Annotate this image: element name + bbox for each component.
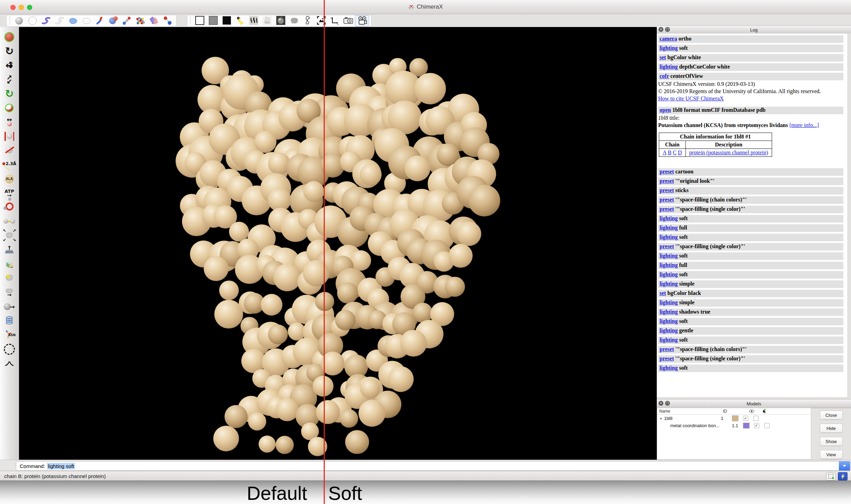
log-command-link[interactable]: preset bbox=[660, 197, 674, 202]
rotate-mouse-mode-button[interactable]: ↻ bbox=[2, 44, 17, 58]
chain-link[interactable]: D bbox=[678, 150, 682, 155]
models-undock-icon[interactable]: ❐ bbox=[665, 401, 670, 406]
soft-lighting-button[interactable] bbox=[247, 15, 260, 26]
model-color-swatch[interactable] bbox=[732, 415, 738, 421]
graphics-viewport[interactable] bbox=[19, 27, 657, 460]
model-row[interactable]: metal coordination bon...1.1✓ bbox=[657, 422, 811, 429]
record-movie-button[interactable] bbox=[355, 15, 369, 26]
chain-link[interactable]: B bbox=[668, 150, 672, 155]
simple-lighting-button[interactable] bbox=[233, 15, 247, 26]
windowing-mouse-mode-button[interactable]: → bbox=[2, 299, 17, 314]
stick-style-button[interactable] bbox=[93, 16, 107, 26]
log-command-link[interactable]: cofr bbox=[660, 73, 669, 79]
log-close-icon[interactable]: ✕ bbox=[659, 27, 663, 32]
orient-axes-button[interactable]: yx bbox=[328, 15, 341, 26]
chain-link[interactable]: C bbox=[673, 150, 677, 155]
log-command-link[interactable]: lighting bbox=[660, 262, 678, 268]
log-command-link[interactable]: preset bbox=[660, 178, 674, 184]
log-command-link[interactable]: set bbox=[660, 54, 666, 60]
clip-rotate-mouse-mode-button[interactable] bbox=[2, 143, 17, 158]
log-command-link[interactable]: lighting bbox=[660, 234, 678, 240]
model-shown-checkbox[interactable]: ✓ bbox=[754, 423, 759, 428]
show-cartoons-button[interactable] bbox=[39, 16, 53, 26]
move-ligand-mouse-mode-button[interactable]: ↔ bbox=[2, 115, 17, 129]
white-background-button[interactable] bbox=[193, 15, 206, 26]
models-show-button[interactable]: Show bbox=[820, 437, 843, 446]
show-atoms-button[interactable] bbox=[12, 16, 26, 26]
flat-lighting-button[interactable] bbox=[287, 15, 301, 26]
model-selected-checkbox[interactable] bbox=[753, 416, 759, 421]
show-surfaces-button[interactable] bbox=[66, 16, 80, 26]
command-history-dropdown[interactable] bbox=[839, 461, 850, 470]
log-command-link[interactable]: preset bbox=[660, 243, 674, 249]
log-command-link[interactable]: lighting bbox=[660, 253, 678, 259]
center-of-rotation-mouse-mode-button[interactable] bbox=[2, 200, 17, 214]
log-command-link[interactable]: lighting bbox=[660, 225, 678, 231]
log-command-link[interactable]: lighting bbox=[660, 299, 678, 305]
log-command-link[interactable]: preset bbox=[660, 169, 674, 174]
log-command-link[interactable]: lighting bbox=[660, 365, 678, 371]
label-mouse-mode-button[interactable]: ALA bbox=[2, 172, 17, 186]
log-command-link[interactable]: lighting bbox=[660, 327, 678, 333]
speed-indicator-button[interactable] bbox=[838, 472, 848, 480]
full-lighting-button[interactable] bbox=[260, 15, 274, 26]
log-undock-icon[interactable]: ❐ bbox=[665, 27, 670, 32]
view-selected-button[interactable] bbox=[314, 15, 328, 26]
model-color-swatch[interactable] bbox=[743, 423, 750, 429]
gray-background-button[interactable] bbox=[206, 15, 220, 26]
log-command-link[interactable]: camera bbox=[660, 36, 677, 42]
ball-and-stick-style-button[interactable] bbox=[107, 16, 120, 26]
log-command-link[interactable]: preset bbox=[660, 206, 674, 212]
zone-mouse-mode-button[interactable] bbox=[2, 342, 17, 356]
command-input[interactable]: Command: lighting soft bbox=[16, 461, 850, 471]
translate-mouse-mode-button[interactable]: ↔↕ bbox=[2, 58, 17, 72]
clip-mouse-mode-button[interactable] bbox=[2, 129, 17, 143]
swap-residue-mouse-mode-button[interactable]: ASN bbox=[2, 328, 17, 342]
models-hide-button[interactable]: Hide bbox=[820, 424, 843, 433]
silhouettes-button[interactable] bbox=[301, 15, 314, 26]
shadows-lighting-button[interactable] bbox=[274, 15, 287, 26]
play-map-series-mouse-mode-button[interactable]: → bbox=[2, 285, 17, 299]
black-background-button[interactable] bbox=[220, 15, 233, 26]
log-command-link[interactable]: lighting bbox=[660, 337, 678, 343]
sphere-style-button[interactable] bbox=[120, 16, 134, 26]
zoom-mouse-mode-button[interactable]: ↗↙ bbox=[2, 72, 17, 87]
color-by-heteroatom-button[interactable] bbox=[134, 16, 147, 26]
crop-volume-mouse-mode-button[interactable] bbox=[2, 257, 17, 271]
how-to-cite-link[interactable]: How to cite UCSF ChimeraX bbox=[658, 96, 724, 101]
color-by-chain-button[interactable] bbox=[147, 16, 161, 26]
log-command-link[interactable]: lighting bbox=[660, 64, 678, 70]
log-command-link[interactable]: preset bbox=[660, 187, 674, 193]
selection-mode-button[interactable] bbox=[826, 472, 836, 480]
log-command-link[interactable]: lighting bbox=[660, 318, 678, 324]
models-close-icon[interactable]: ✕ bbox=[659, 401, 663, 406]
log-command-link[interactable]: preset bbox=[660, 346, 674, 352]
models-view-button[interactable]: View bbox=[820, 450, 843, 459]
log-command-link[interactable]: preset bbox=[660, 356, 674, 361]
log-scrollbar[interactable] bbox=[848, 34, 851, 397]
hide-cartoons-button[interactable] bbox=[53, 16, 66, 26]
hide-atoms-button[interactable] bbox=[26, 16, 39, 26]
show-contacts-button[interactable] bbox=[161, 16, 174, 26]
log-command-link[interactable]: set bbox=[660, 290, 666, 296]
chain-link[interactable]: A bbox=[663, 150, 666, 155]
rotate-selected-mouse-mode-button[interactable]: ↻ bbox=[2, 87, 17, 101]
translate-selected-mouse-mode-button[interactable] bbox=[2, 101, 17, 115]
chain-description-link[interactable]: protein (potassium channel protein) bbox=[689, 150, 768, 155]
log-command-link[interactable]: lighting bbox=[660, 45, 678, 51]
contour-level-mouse-mode-button[interactable]: ↖↗↙↘ bbox=[2, 228, 17, 243]
toolbar-grip[interactable] bbox=[189, 17, 191, 25]
log-command-link[interactable]: lighting bbox=[660, 271, 678, 277]
model-selected-checkbox[interactable] bbox=[764, 423, 770, 428]
pivot-mouse-mode-button[interactable] bbox=[2, 356, 17, 370]
model-row[interactable]: ▼1bl81✓ bbox=[657, 415, 811, 422]
model-shown-checkbox[interactable]: ✓ bbox=[743, 416, 748, 421]
distance-mouse-mode-button[interactable]: 2.3Å bbox=[2, 158, 17, 172]
toolbar-grip[interactable] bbox=[9, 17, 11, 25]
hide-surfaces-button[interactable] bbox=[80, 16, 93, 26]
select-mouse-mode-button[interactable] bbox=[2, 30, 17, 44]
pick-blob-mouse-mode-button[interactable] bbox=[2, 271, 17, 285]
models-close-button[interactable]: Close bbox=[820, 411, 843, 420]
snapshot-button[interactable] bbox=[341, 15, 355, 26]
log-command-link[interactable]: lighting bbox=[660, 281, 678, 287]
